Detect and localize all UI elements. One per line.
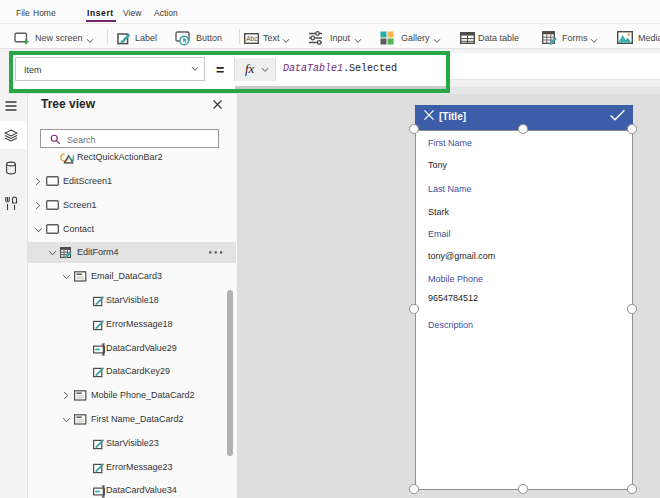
svg-text:Abc: Abc (246, 35, 258, 42)
